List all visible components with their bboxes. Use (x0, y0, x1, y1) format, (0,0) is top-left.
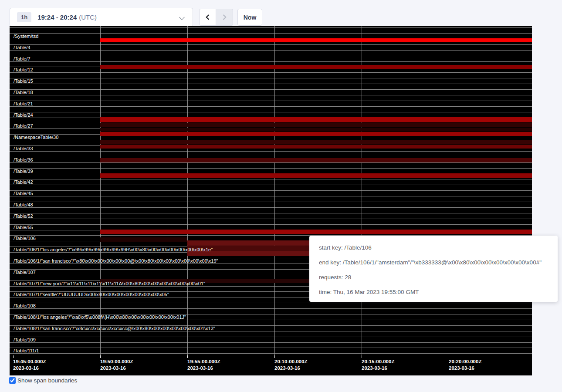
heat-band[interactable] (100, 237, 187, 242)
time-gridline (100, 26, 101, 358)
time-gridline (187, 26, 188, 358)
time-tick-date: 2023-03-16 (274, 365, 300, 371)
span-boundary-line (10, 202, 532, 202)
chevron-right-icon (222, 14, 227, 20)
next-time-button[interactable] (216, 9, 233, 26)
span-key-label: /Table/48 (14, 203, 33, 207)
span-boundary-line (10, 331, 532, 331)
span-boundary-line (10, 190, 532, 191)
span-boundary-line (10, 185, 532, 185)
span-boundary-line (10, 101, 532, 101)
time-gridline (362, 26, 362, 358)
time-gridline (449, 26, 449, 358)
span-boundary-line (10, 337, 532, 337)
span-key-label: /Table/39 (14, 169, 33, 174)
span-key-label: /Table/42 (14, 180, 33, 185)
span-key-label: /Table/12 (14, 68, 33, 72)
time-tick (13, 355, 14, 358)
heat-band[interactable] (100, 65, 532, 69)
span-boundary-line (10, 353, 532, 354)
span-boundary-line (10, 308, 532, 309)
time-tick (362, 355, 362, 358)
key-visualizer-heatmap[interactable]: /System/tsd/Table/4/Table/7/Table/12/Tab… (10, 26, 532, 375)
tooltip-line: time: Thu, 16 Mar 2023 19:55:00 GMT (319, 285, 558, 300)
now-button[interactable]: Now (237, 9, 262, 26)
span-boundary-line (10, 320, 532, 320)
heat-band[interactable] (100, 145, 532, 149)
span-boundary-line (10, 56, 532, 56)
span-key-label: /Table/108 (14, 304, 36, 308)
heat-band[interactable] (100, 230, 532, 234)
span-boundary-line (10, 50, 532, 51)
span-boundary-line (10, 168, 532, 169)
span-boundary-line (10, 196, 532, 196)
time-tick (187, 355, 188, 358)
span-boundary-line (10, 179, 532, 179)
span-boundary-line (10, 348, 532, 348)
heat-band[interactable] (100, 128, 532, 132)
span-key-label: /Table/109 (14, 338, 36, 342)
span-key-label: /Table/27 (14, 124, 33, 128)
span-boundary-line (10, 27, 532, 28)
span-key-label: /Table/107 (14, 270, 36, 275)
span-key-label: /Table/52 (14, 214, 33, 219)
span-boundary-line (10, 44, 532, 45)
time-tick (449, 355, 449, 358)
span-boundary-line (10, 112, 532, 112)
chevron-left-icon (205, 14, 210, 20)
span-key-label: /Table/36 (14, 158, 33, 162)
tooltip-line: requests: 28 (319, 270, 558, 285)
time-tick-date: 2023-03-16 (187, 365, 213, 371)
tooltip-line: start key: /Table/106 (319, 240, 558, 255)
span-key-label: /Table/4 (14, 45, 30, 50)
span-key-label: /System/tsd (14, 34, 38, 39)
time-range-duration-badge: 1h (17, 12, 31, 22)
span-boundary-line (10, 157, 532, 157)
show-span-boundaries-checkbox[interactable] (9, 377, 16, 384)
time-tick-label: 20:20:00.000Z (449, 359, 481, 364)
time-range-select[interactable]: 1h 19:24 - 20:24 (UTC) (10, 8, 193, 27)
span-boundary-line (10, 72, 532, 73)
span-key-label: /Table/107/1/"seattle"/"UUUUUUD\x00\x80\… (14, 292, 169, 297)
span-key-label: /Table/106/1/"san francisco"/"\x80\x00\x… (14, 259, 218, 264)
heat-band[interactable] (100, 123, 532, 127)
span-key-label: /Table/24 (14, 113, 33, 118)
span-key-label: /Table/108/1/"san francisco"/"\x8c\xcc\x… (14, 326, 215, 331)
prev-time-button[interactable] (199, 9, 216, 26)
page: { "toolbar": { "time_range_select": { "b… (0, 0, 562, 392)
time-tick-date: 2023-03-16 (449, 365, 474, 371)
time-tick (274, 355, 275, 358)
span-boundary-line (10, 84, 532, 84)
show-span-boundaries-label: Show span boundaries (17, 377, 77, 384)
span-boundary-line (10, 33, 532, 34)
span-key-label: /Table/108/1/"los angeles"/"\xa8\xf5\u00… (14, 315, 186, 320)
span-key-label: /Table/21 (14, 101, 33, 106)
span-boundary-line (10, 342, 532, 343)
heat-band[interactable] (100, 38, 532, 42)
time-gridline (274, 26, 275, 358)
time-range-timezone: (UTC) (79, 14, 97, 21)
chevron-down-icon (179, 14, 185, 20)
footer-controls: Show span boundaries (9, 377, 77, 384)
span-boundary-line (10, 219, 532, 219)
span-key-label: /Table/33 (14, 146, 33, 151)
heat-band[interactable] (100, 140, 532, 144)
heat-band[interactable] (100, 117, 532, 122)
time-tick-label: 19:45:00.000Z (13, 359, 46, 364)
span-key-label: /Table/55 (14, 225, 33, 230)
span-boundary-line (10, 89, 532, 90)
heat-band[interactable] (100, 173, 532, 178)
span-key-label: /Table/107/1/"new york"/"\x11\x11\x11\x1… (14, 281, 205, 286)
span-key-label: /Table/18 (14, 90, 33, 95)
span-boundary-line (10, 213, 532, 213)
span-key-label: /Table/7 (14, 57, 30, 61)
span-key-label: /NamespaceTable/30 (14, 135, 58, 140)
time-range-text: 19:24 - 20:24 (37, 14, 77, 21)
span-boundary-line (10, 106, 532, 107)
heat-band[interactable] (100, 158, 532, 162)
time-tick-label: 19:55:00.000Z (187, 359, 220, 364)
span-boundary-line (10, 303, 532, 303)
span-boundary-line (10, 95, 532, 95)
heat-band[interactable] (100, 132, 532, 136)
span-boundary-line (10, 78, 532, 78)
